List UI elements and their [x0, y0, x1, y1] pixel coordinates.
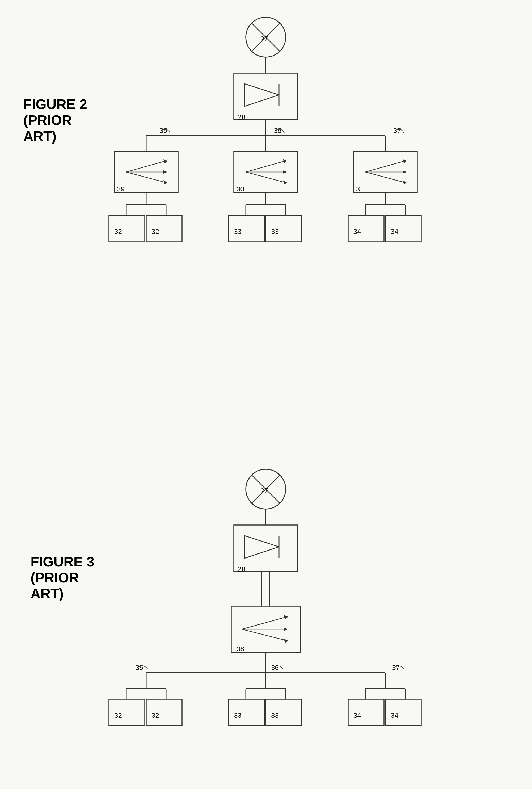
svg-line-22 — [126, 172, 166, 183]
svg-line-38 — [365, 172, 405, 183]
svg-marker-37 — [403, 170, 406, 174]
svg-line-77 — [242, 617, 287, 629]
svg-marker-21 — [164, 170, 167, 174]
svg-text:37: 37 — [393, 127, 401, 134]
svg-text:36: 36 — [271, 663, 279, 672]
svg-text:36: 36 — [274, 127, 281, 134]
svg-line-18 — [126, 161, 166, 172]
svg-text:30: 30 — [236, 185, 244, 193]
svg-text:33: 33 — [234, 228, 242, 236]
figure2-diagram: 27 28 35 36 37 — [80, 13, 452, 245]
svg-marker-80 — [284, 628, 288, 631]
svg-text:28: 28 — [238, 565, 246, 573]
svg-text:38: 38 — [236, 645, 244, 653]
svg-text:28: 28 — [238, 113, 246, 121]
svg-text:33: 33 — [271, 228, 279, 236]
svg-text:32: 32 — [151, 228, 159, 236]
svg-rect-5 — [234, 73, 298, 120]
svg-text:37: 37 — [392, 663, 400, 672]
svg-line-34 — [365, 161, 405, 172]
svg-text:35: 35 — [159, 127, 167, 134]
svg-text:33: 33 — [271, 711, 279, 719]
svg-line-30 — [246, 172, 286, 183]
svg-text:32: 32 — [114, 228, 122, 236]
svg-line-81 — [242, 629, 287, 641]
svg-text:34: 34 — [354, 228, 361, 236]
figure2-label: FIGURE 2 (PRIOR ART) — [23, 96, 87, 144]
figure3-diagram: 27 28 38 35 36 — [80, 465, 452, 771]
page: FIGURE 2 (PRIOR ART) 27 28 35 — [0, 0, 532, 789]
svg-text:34: 34 — [391, 711, 398, 719]
svg-text:32: 32 — [151, 711, 159, 719]
svg-text:33: 33 — [234, 711, 242, 719]
svg-text:31: 31 — [356, 185, 364, 193]
svg-line-26 — [246, 161, 286, 172]
svg-text:35: 35 — [135, 663, 143, 672]
svg-text:27: 27 — [261, 35, 268, 43]
svg-text:27: 27 — [261, 487, 268, 495]
svg-text:34: 34 — [354, 711, 361, 719]
svg-rect-70 — [234, 525, 298, 571]
svg-marker-82 — [284, 639, 288, 643]
svg-marker-29 — [283, 170, 287, 174]
svg-text:34: 34 — [391, 228, 398, 236]
svg-marker-6 — [245, 84, 279, 106]
svg-text:29: 29 — [117, 185, 125, 193]
svg-marker-71 — [245, 536, 279, 558]
svg-text:32: 32 — [114, 711, 122, 719]
